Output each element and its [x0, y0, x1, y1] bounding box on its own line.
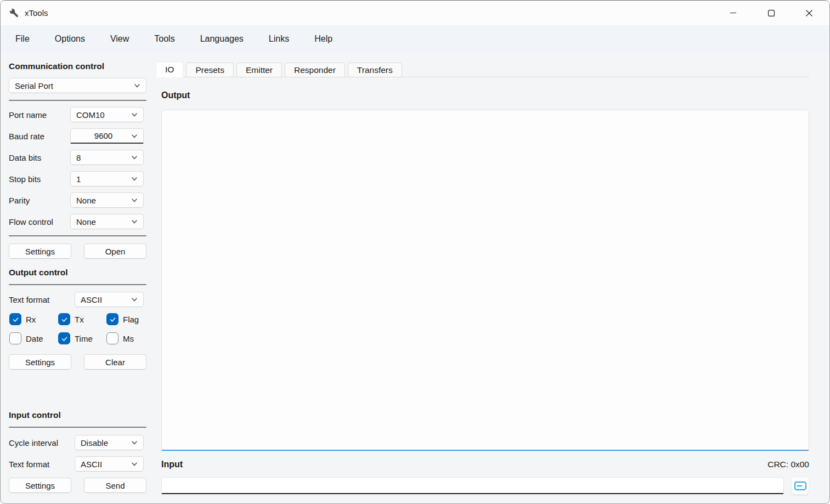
parity-row: Parity None	[9, 192, 146, 208]
tab-emitter[interactable]: Emitter	[236, 63, 282, 77]
input-text-format-row: Text format ASCII	[9, 456, 146, 472]
data-bits-label: Data bits	[9, 153, 70, 162]
app-title: xTools	[25, 8, 48, 18]
input-section-header: Input CRC: 0x00	[161, 459, 809, 469]
device-type-select[interactable]: Serial Port	[9, 78, 146, 93]
output-settings-button[interactable]: Settings	[9, 354, 71, 370]
tab-transfers[interactable]: Transfers	[348, 63, 402, 77]
separator	[9, 284, 146, 285]
input-format-button[interactable]	[791, 477, 809, 495]
chevron-down-icon	[131, 196, 138, 204]
communication-settings-button[interactable]: Settings	[9, 243, 71, 259]
menu-options[interactable]: Options	[55, 34, 85, 44]
window-controls	[714, 1, 829, 25]
flag-label: Flag	[123, 315, 139, 324]
wrench-icon	[8, 7, 20, 19]
date-checkbox[interactable]	[9, 332, 21, 344]
tx-checkbox-item[interactable]: Tx	[58, 313, 106, 325]
tab-bar: IO Presets Emitter Responder Transfers	[156, 62, 809, 77]
menu-file[interactable]: File	[15, 34, 30, 44]
cycle-interval-label: Cycle interval	[9, 438, 75, 448]
flow-control-select[interactable]: None	[70, 214, 144, 229]
flag-checkbox[interactable]	[106, 313, 118, 325]
ms-checkbox[interactable]	[106, 332, 118, 344]
maximize-button[interactable]	[752, 1, 790, 25]
stop-bits-value: 1	[76, 174, 81, 184]
menu-tools[interactable]: Tools	[154, 34, 174, 44]
date-checkbox-item[interactable]: Date	[9, 332, 58, 344]
tab-presets-label: Presets	[195, 65, 224, 75]
open-button[interactable]: Open	[84, 243, 146, 259]
device-type-value: Serial Port	[15, 81, 53, 90]
flow-control-row: Flow control None	[9, 214, 146, 229]
tab-io-label: IO	[165, 65, 174, 75]
close-button[interactable]	[790, 1, 828, 25]
chevron-down-icon	[133, 82, 141, 89]
tab-responder[interactable]: Responder	[285, 63, 345, 77]
message-input[interactable]	[161, 477, 784, 494]
cycle-interval-value: Disable	[81, 438, 108, 448]
rx-checkbox[interactable]	[9, 313, 21, 325]
text-field-icon	[794, 482, 806, 490]
rx-checkbox-item[interactable]: Rx	[9, 313, 58, 325]
time-checkbox-item[interactable]: Time	[58, 332, 106, 344]
input-section-title: Input	[161, 460, 183, 469]
tx-checkbox[interactable]	[58, 313, 70, 325]
output-buttons: Settings Clear	[9, 354, 146, 370]
ms-label: Ms	[123, 334, 134, 343]
input-text-format-select[interactable]: ASCII	[75, 456, 144, 472]
output-text-format-select[interactable]: ASCII	[75, 292, 144, 307]
chevron-down-icon	[131, 132, 138, 140]
port-name-select[interactable]: COM10	[70, 107, 144, 122]
tab-presets[interactable]: Presets	[186, 63, 234, 77]
chevron-down-icon	[131, 154, 138, 161]
input-settings-button[interactable]: Settings	[9, 478, 71, 493]
tab-emitter-label: Emitter	[246, 65, 273, 75]
time-label: Time	[75, 334, 93, 343]
chevron-down-icon	[131, 296, 138, 303]
output-display[interactable]	[161, 110, 809, 451]
flow-control-label: Flow control	[9, 217, 70, 226]
stop-bits-select[interactable]: 1	[70, 171, 144, 186]
separator	[9, 427, 146, 428]
minimize-button[interactable]	[714, 1, 752, 25]
port-name-label: Port name	[9, 110, 70, 120]
stop-bits-row: Stop bits 1	[9, 171, 146, 186]
menu-languages[interactable]: Languages	[200, 34, 244, 44]
chevron-down-icon	[131, 439, 138, 446]
flow-control-value: None	[76, 217, 96, 226]
data-bits-select[interactable]: 8	[70, 150, 144, 165]
time-checkbox[interactable]	[58, 332, 70, 344]
parity-select[interactable]: None	[70, 192, 144, 208]
menu-help[interactable]: Help	[314, 34, 332, 44]
input-row	[161, 477, 809, 495]
stop-bits-label: Stop bits	[9, 174, 70, 184]
chevron-down-icon	[131, 218, 138, 225]
tab-io[interactable]: IO	[156, 62, 183, 77]
tx-label: Tx	[75, 315, 84, 324]
data-bits-row: Data bits 8	[9, 150, 146, 165]
output-text-format-value: ASCII	[81, 295, 102, 304]
output-flags-grid: Rx Tx Flag Date Time	[9, 313, 146, 344]
cycle-interval-select[interactable]: Disable	[75, 435, 144, 450]
separator	[9, 235, 146, 236]
send-button[interactable]: Send	[84, 478, 146, 493]
ms-checkbox-item[interactable]: Ms	[106, 332, 146, 344]
flag-checkbox-item[interactable]: Flag	[106, 313, 146, 325]
menu-links[interactable]: Links	[269, 34, 289, 44]
output-text-format-label: Text format	[9, 295, 75, 304]
app-body: Communication control Serial Port Port n…	[1, 53, 829, 503]
cycle-interval-row: Cycle interval Disable	[9, 435, 146, 450]
maximize-icon	[768, 10, 775, 16]
chevron-down-icon	[131, 175, 138, 183]
baud-rate-value: 9600	[76, 131, 131, 140]
output-section-title: Output	[161, 90, 809, 100]
clear-button[interactable]: Clear	[84, 354, 146, 370]
baud-rate-row: Baud rate 9600	[9, 128, 146, 144]
communication-control-header: Communication control	[9, 61, 146, 71]
port-name-row: Port name COM10	[9, 107, 146, 122]
baud-rate-select[interactable]: 9600	[70, 128, 144, 144]
parity-label: Parity	[9, 196, 70, 205]
menu-view[interactable]: View	[110, 34, 129, 44]
input-text-format-value: ASCII	[81, 460, 102, 469]
